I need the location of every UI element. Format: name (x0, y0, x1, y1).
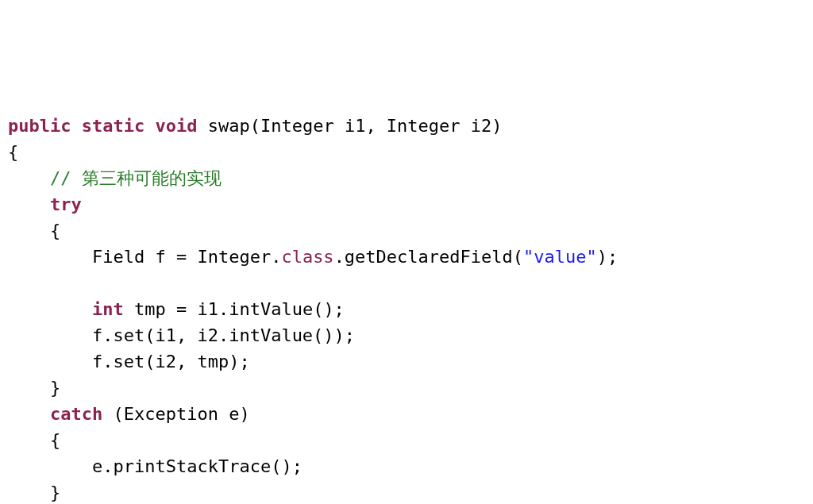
keyword-public: public (8, 116, 71, 136)
code-text: f.set(i2, tmp); (92, 352, 250, 371)
string-literal: "value" (523, 247, 597, 267)
keyword-try: try (50, 194, 82, 214)
code-text: tmp = i1.intValue(); (124, 299, 345, 319)
keyword-class: class (281, 247, 333, 267)
indent (8, 352, 92, 371)
code-text: e.printStackTrace(); (92, 456, 302, 476)
space (144, 116, 155, 136)
indent (8, 404, 50, 424)
indent (8, 430, 50, 450)
code-text: f.set(i1, i2.intValue()); (92, 325, 355, 345)
code-text: .getDeclaredField( (334, 247, 523, 267)
indent (8, 483, 50, 502)
open-brace: { (50, 221, 60, 240)
indent (8, 299, 92, 319)
open-brace: { (8, 142, 18, 162)
close-brace: } (50, 483, 60, 502)
keyword-int: int (92, 299, 124, 319)
code-text: Field f = Integer. (92, 247, 281, 267)
indent (8, 221, 50, 240)
close-brace: } (50, 378, 60, 398)
keyword-void: void (155, 116, 197, 136)
code-block: public static void swap(Integer i1, Inte… (8, 113, 805, 504)
code-text: ); (597, 247, 618, 267)
indent (8, 325, 92, 345)
code-text: (Exception e) (102, 404, 249, 424)
space (71, 116, 81, 136)
space (197, 116, 207, 136)
indent (8, 456, 92, 476)
indent (8, 194, 50, 214)
comment-text: // 第三种可能的实现 (50, 168, 222, 188)
keyword-static: static (82, 116, 144, 136)
keyword-catch: catch (50, 404, 102, 424)
indent (8, 378, 50, 398)
open-brace: { (50, 430, 60, 450)
indent (8, 247, 92, 267)
indent (8, 168, 50, 188)
method-signature: swap(Integer i1, Integer i2) (208, 116, 503, 136)
